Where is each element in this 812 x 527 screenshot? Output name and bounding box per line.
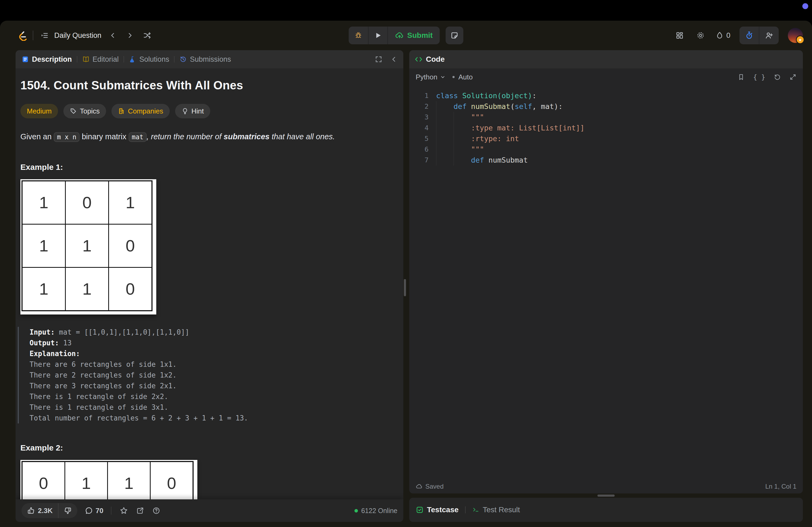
problem-content[interactable]: 1504. Count Submatrices With All Ones Me… <box>16 69 403 522</box>
like-count: 2.3K <box>38 507 53 515</box>
tab-submissions[interactable]: Submissions <box>179 55 231 64</box>
streak-count: 0 <box>726 31 730 40</box>
tab-test-result[interactable]: Test Result <box>472 506 520 514</box>
matrix-cell: 0 <box>66 181 109 224</box>
matrix-cell: 0 <box>150 462 193 505</box>
panel-resize-handle-vertical[interactable] <box>404 279 406 296</box>
indent-guide <box>436 101 436 166</box>
random-question-button[interactable] <box>141 30 153 41</box>
bookmark-icon[interactable] <box>738 74 744 80</box>
example1-block: Input: mat = [[1,0,1],[1,1,0],[1,1,0]]Ou… <box>18 327 395 423</box>
line-number: 2 <box>409 101 436 112</box>
tab-submissions-label: Submissions <box>190 55 231 64</box>
tab-editorial[interactable]: Editorial <box>82 55 119 64</box>
matrix-cell: 1 <box>22 181 66 224</box>
avatar[interactable]: ★ <box>788 28 803 43</box>
console-tab-separator <box>465 506 466 513</box>
code-editor[interactable]: 1class Solution(object):2 def numSubmat(… <box>409 86 803 480</box>
topics-badge[interactable]: Topics <box>63 104 106 118</box>
saved-label: Saved <box>425 483 444 490</box>
layout-icon[interactable] <box>674 30 685 41</box>
example-io-line: Output: 13 <box>30 337 395 348</box>
code-panel-title: Code <box>426 55 445 64</box>
console-panel: Testcase Test Result <box>409 498 803 522</box>
share-icon[interactable] <box>136 507 144 515</box>
favorite-star-icon[interactable] <box>119 506 128 515</box>
run-submit-group: Submit <box>349 27 440 44</box>
comment-icon <box>85 507 93 515</box>
language-label: Python <box>416 73 437 81</box>
app-window: Daily Question <box>0 21 812 527</box>
example-explanation-line: There are 2 rectangles of side 1x2. <box>30 370 395 380</box>
thumbs-up-icon <box>27 507 35 515</box>
autocomplete-label[interactable]: Auto <box>458 73 473 81</box>
nav-label[interactable]: Daily Question <box>54 31 102 40</box>
code-line: 6 """ <box>409 144 803 155</box>
matrix-cell: 1 <box>22 224 66 267</box>
save-status: Saved <box>416 483 444 490</box>
format-code-icon[interactable]: { } <box>753 73 765 81</box>
like-button[interactable]: 2.3K <box>21 503 58 518</box>
top-bar: Daily Question <box>0 21 812 50</box>
example1-extra-lines: There are 6 rectangles of side 1x1.There… <box>30 359 395 423</box>
matrix-cell: 0 <box>22 462 65 505</box>
submit-button[interactable]: Submit <box>388 27 440 44</box>
example-explanation-line: There are 3 rectangles of side 2x1. <box>30 380 395 391</box>
maximize-panel-icon[interactable] <box>375 56 382 63</box>
settings-gear-icon[interactable] <box>695 30 707 41</box>
hint-badge[interactable]: Hint <box>175 104 210 118</box>
description-panel: Description Editorial Solutions <box>16 50 403 522</box>
tag-icon <box>70 108 77 115</box>
panel-resize-handle-horizontal[interactable] <box>597 495 615 497</box>
topbar-divider <box>33 31 33 40</box>
tab-description[interactable]: Description <box>21 55 72 64</box>
invite-user-button[interactable] <box>759 27 779 44</box>
run-button[interactable] <box>368 27 388 44</box>
premium-star-badge: ★ <box>796 35 804 44</box>
debug-button[interactable] <box>349 27 368 44</box>
tab-separator <box>174 56 175 62</box>
dislike-button[interactable] <box>58 503 77 518</box>
fullscreen-editor-icon[interactable] <box>789 74 796 80</box>
code-line: 1class Solution(object): <box>409 90 803 101</box>
tab-solutions[interactable]: Solutions <box>129 55 169 64</box>
code-line: 7 def numSubmat <box>409 155 803 166</box>
matrix-cell: 1 <box>66 224 109 267</box>
example1-io-lines: Input: mat = [[1,0,1],[1,1,0],[1,1,0]]Ou… <box>30 327 395 359</box>
tab-testcase[interactable]: Testcase <box>416 506 459 514</box>
streak-flame-icon <box>715 31 724 40</box>
notes-button[interactable] <box>446 27 463 44</box>
language-selector[interactable]: Python <box>416 73 446 81</box>
building-icon <box>118 108 125 115</box>
line-number: 5 <box>409 133 436 144</box>
next-question-button[interactable] <box>124 30 136 41</box>
autocomplete-dot <box>452 76 454 78</box>
example-explanation-line: There is 1 rectangle of side 2x2. <box>30 391 395 402</box>
line-number: 4 <box>409 123 436 133</box>
testcase-check-icon <box>416 506 424 514</box>
collapse-panel-icon[interactable] <box>390 56 397 63</box>
help-icon[interactable] <box>152 507 160 515</box>
matrix-cell: 1 <box>22 267 66 311</box>
thumbs-down-icon <box>64 507 72 515</box>
vote-group: 2.3K <box>21 503 77 518</box>
chevron-down-icon <box>440 74 446 80</box>
line-number: 6 <box>409 144 436 155</box>
code-line: 3 """ <box>409 112 803 123</box>
reset-code-icon[interactable] <box>774 74 781 80</box>
code-line: 5 :rtype: int <box>409 133 803 144</box>
matrix-cell: 1 <box>65 462 108 505</box>
leetcode-logo[interactable] <box>17 30 27 41</box>
example1-matrix: 101110110 <box>21 180 153 311</box>
prev-question-button[interactable] <box>107 30 119 41</box>
timer-button[interactable] <box>740 27 759 44</box>
companies-badge[interactable]: Companies <box>112 104 170 118</box>
description-icon <box>21 56 29 63</box>
difficulty-badge[interactable]: Medium <box>20 104 58 118</box>
example2-label: Example 2: <box>20 443 395 452</box>
problem-list-nav[interactable]: Daily Question <box>39 30 102 41</box>
comments-button[interactable]: 70 <box>85 507 103 515</box>
code-panel-header: Code <box>409 50 803 69</box>
streak-indicator[interactable]: 0 <box>715 31 730 40</box>
matrix-cell: 1 <box>108 462 150 505</box>
